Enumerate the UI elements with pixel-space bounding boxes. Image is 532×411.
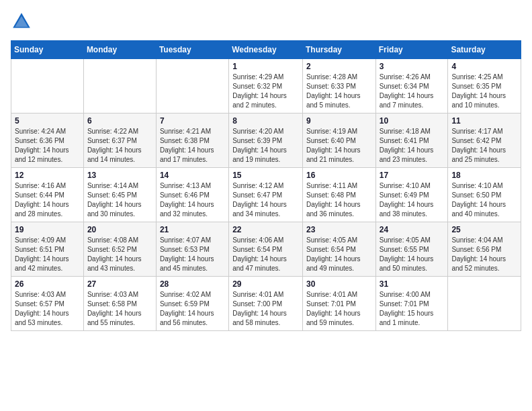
day-info: Sunrise: 4:03 AM Sunset: 6:57 PM Dayligh… (15, 290, 80, 328)
day-number: 8 (232, 116, 299, 126)
day-number: 14 (160, 171, 225, 180)
calendar-cell: 21Sunrise: 4:07 AM Sunset: 6:53 PM Dayli… (156, 222, 228, 277)
day-number: 21 (160, 225, 225, 234)
week-row-2: 5Sunrise: 4:24 AM Sunset: 6:36 PM Daylig… (11, 113, 521, 168)
day-info: Sunrise: 4:04 AM Sunset: 6:56 PM Dayligh… (451, 236, 517, 273)
day-number: 27 (87, 279, 152, 289)
day-number: 2 (306, 62, 372, 71)
day-info: Sunrise: 4:06 AM Sunset: 6:54 PM Dayligh… (232, 236, 299, 273)
calendar-cell: 20Sunrise: 4:08 AM Sunset: 6:52 PM Dayli… (83, 222, 156, 277)
day-info: Sunrise: 4:10 AM Sunset: 6:49 PM Dayligh… (380, 181, 445, 219)
day-number: 17 (380, 171, 445, 180)
day-info: Sunrise: 4:22 AM Sunset: 6:37 PM Dayligh… (87, 127, 152, 165)
day-header-saturday: Saturday (448, 41, 521, 59)
day-number: 22 (232, 225, 299, 234)
day-info: Sunrise: 4:07 AM Sunset: 6:53 PM Dayligh… (160, 236, 225, 273)
day-info: Sunrise: 4:28 AM Sunset: 6:33 PM Dayligh… (306, 73, 372, 110)
day-info: Sunrise: 4:21 AM Sunset: 6:38 PM Dayligh… (160, 127, 225, 165)
calendar-cell: 18Sunrise: 4:10 AM Sunset: 6:50 PM Dayli… (448, 168, 521, 222)
day-number: 30 (306, 279, 372, 289)
day-info: Sunrise: 4:03 AM Sunset: 6:58 PM Dayligh… (87, 290, 152, 328)
week-row-1: 1Sunrise: 4:29 AM Sunset: 6:32 PM Daylig… (11, 59, 521, 113)
day-number: 26 (15, 279, 80, 289)
calendar-cell: 29Sunrise: 4:01 AM Sunset: 7:00 PM Dayli… (229, 277, 303, 331)
day-info: Sunrise: 4:19 AM Sunset: 6:40 PM Dayligh… (306, 127, 372, 165)
day-header-sunday: Sunday (11, 41, 84, 59)
day-info: Sunrise: 4:00 AM Sunset: 7:01 PM Dayligh… (380, 290, 445, 328)
day-number: 3 (380, 62, 445, 71)
calendar-cell: 14Sunrise: 4:13 AM Sunset: 6:46 PM Dayli… (156, 168, 228, 222)
calendar-table: SundayMondayTuesdayWednesdayThursdayFrid… (11, 40, 521, 331)
calendar-cell: 27Sunrise: 4:03 AM Sunset: 6:58 PM Dayli… (83, 277, 156, 331)
week-row-3: 12Sunrise: 4:16 AM Sunset: 6:44 PM Dayli… (11, 168, 521, 222)
calendar-cell (83, 59, 156, 113)
day-number: 9 (306, 116, 372, 126)
calendar-cell: 13Sunrise: 4:14 AM Sunset: 6:45 PM Dayli… (83, 168, 156, 222)
day-info: Sunrise: 4:17 AM Sunset: 6:42 PM Dayligh… (451, 127, 517, 165)
day-info: Sunrise: 4:12 AM Sunset: 6:47 PM Dayligh… (232, 181, 299, 219)
calendar-header-row: SundayMondayTuesdayWednesdayThursdayFrid… (11, 41, 521, 59)
calendar-cell: 16Sunrise: 4:11 AM Sunset: 6:48 PM Dayli… (302, 168, 375, 222)
day-number: 28 (160, 279, 225, 289)
day-header-wednesday: Wednesday (229, 41, 303, 59)
day-number: 6 (87, 116, 152, 126)
calendar-cell: 23Sunrise: 4:05 AM Sunset: 6:54 PM Dayli… (302, 222, 375, 277)
calendar-cell: 31Sunrise: 4:00 AM Sunset: 7:01 PM Dayli… (375, 277, 448, 331)
calendar-cell: 24Sunrise: 4:05 AM Sunset: 6:55 PM Dayli… (375, 222, 448, 277)
day-info: Sunrise: 4:05 AM Sunset: 6:55 PM Dayligh… (380, 236, 445, 273)
day-info: Sunrise: 4:26 AM Sunset: 6:34 PM Dayligh… (380, 73, 445, 110)
calendar-cell: 30Sunrise: 4:01 AM Sunset: 7:01 PM Dayli… (302, 277, 375, 331)
calendar-cell: 5Sunrise: 4:24 AM Sunset: 6:36 PM Daylig… (11, 113, 84, 168)
calendar-cell (11, 59, 84, 113)
calendar-cell: 25Sunrise: 4:04 AM Sunset: 6:56 PM Dayli… (448, 222, 521, 277)
day-header-thursday: Thursday (302, 41, 375, 59)
calendar-cell: 6Sunrise: 4:22 AM Sunset: 6:37 PM Daylig… (83, 113, 156, 168)
logo-icon (11, 11, 32, 32)
day-number: 19 (15, 225, 80, 234)
day-info: Sunrise: 4:29 AM Sunset: 6:32 PM Dayligh… (232, 73, 299, 110)
day-number: 18 (451, 171, 517, 180)
day-info: Sunrise: 4:01 AM Sunset: 7:00 PM Dayligh… (232, 290, 299, 328)
day-number: 11 (451, 116, 517, 126)
day-info: Sunrise: 4:02 AM Sunset: 6:59 PM Dayligh… (160, 290, 225, 328)
day-info: Sunrise: 4:13 AM Sunset: 6:46 PM Dayligh… (160, 181, 225, 219)
day-info: Sunrise: 4:01 AM Sunset: 7:01 PM Dayligh… (306, 290, 372, 328)
day-number: 1 (232, 62, 299, 71)
calendar-cell: 4Sunrise: 4:25 AM Sunset: 6:35 PM Daylig… (448, 59, 521, 113)
day-number: 12 (15, 171, 80, 180)
day-number: 29 (232, 279, 299, 289)
day-number: 16 (306, 171, 372, 180)
calendar-cell: 26Sunrise: 4:03 AM Sunset: 6:57 PM Dayli… (11, 277, 84, 331)
day-number: 20 (87, 225, 152, 234)
calendar-cell: 12Sunrise: 4:16 AM Sunset: 6:44 PM Dayli… (11, 168, 84, 222)
day-info: Sunrise: 4:25 AM Sunset: 6:35 PM Dayligh… (451, 73, 517, 110)
day-info: Sunrise: 4:14 AM Sunset: 6:45 PM Dayligh… (87, 181, 152, 219)
calendar-cell: 15Sunrise: 4:12 AM Sunset: 6:47 PM Dayli… (229, 168, 303, 222)
calendar-cell: 19Sunrise: 4:09 AM Sunset: 6:51 PM Dayli… (11, 222, 84, 277)
logo (11, 11, 35, 32)
day-info: Sunrise: 4:18 AM Sunset: 6:41 PM Dayligh… (380, 127, 445, 165)
calendar-cell: 3Sunrise: 4:26 AM Sunset: 6:34 PM Daylig… (375, 59, 448, 113)
day-number: 13 (87, 171, 152, 180)
day-info: Sunrise: 4:10 AM Sunset: 6:50 PM Dayligh… (451, 181, 517, 219)
day-info: Sunrise: 4:11 AM Sunset: 6:48 PM Dayligh… (306, 181, 372, 219)
calendar-cell: 9Sunrise: 4:19 AM Sunset: 6:40 PM Daylig… (302, 113, 375, 168)
calendar-cell: 10Sunrise: 4:18 AM Sunset: 6:41 PM Dayli… (375, 113, 448, 168)
day-number: 5 (15, 116, 80, 126)
day-number: 7 (160, 116, 225, 126)
day-number: 31 (380, 279, 445, 289)
day-info: Sunrise: 4:05 AM Sunset: 6:54 PM Dayligh… (306, 236, 372, 273)
day-header-tuesday: Tuesday (156, 41, 228, 59)
day-info: Sunrise: 4:09 AM Sunset: 6:51 PM Dayligh… (15, 236, 80, 273)
day-number: 4 (451, 62, 517, 71)
calendar-cell: 2Sunrise: 4:28 AM Sunset: 6:33 PM Daylig… (302, 59, 375, 113)
calendar-cell (448, 277, 521, 331)
day-number: 23 (306, 225, 372, 234)
calendar-cell: 17Sunrise: 4:10 AM Sunset: 6:49 PM Dayli… (375, 168, 448, 222)
day-info: Sunrise: 4:08 AM Sunset: 6:52 PM Dayligh… (87, 236, 152, 273)
calendar-cell: 8Sunrise: 4:20 AM Sunset: 6:39 PM Daylig… (229, 113, 303, 168)
day-number: 15 (232, 171, 299, 180)
calendar-cell: 22Sunrise: 4:06 AM Sunset: 6:54 PM Dayli… (229, 222, 303, 277)
calendar-cell: 1Sunrise: 4:29 AM Sunset: 6:32 PM Daylig… (229, 59, 303, 113)
day-number: 10 (380, 116, 445, 126)
